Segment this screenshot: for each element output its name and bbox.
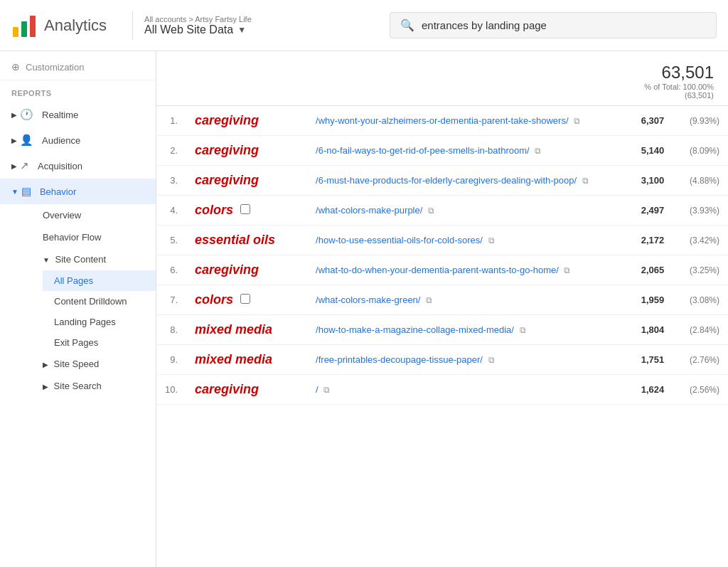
category-cell: caregiving [186,166,307,196]
value-cell: 2,497 [626,196,673,226]
copy-icon[interactable]: ⧉ [323,385,330,395]
value-cell: 1,959 [626,285,673,315]
url-link[interactable]: /what-colors-make-purple/ [316,205,422,216]
sidebar-item-landing-pages[interactable]: Landing Pages [43,312,156,332]
sidebar-item-exit-pages[interactable]: Exit Pages [43,332,156,353]
table-container: 63,501 % of Total: 100.00% (63,501) 1. c… [156,51,728,405]
svg-rect-2 [30,16,36,37]
sidebar-item-overview[interactable]: Overview [31,204,156,226]
value-cell: 3,100 [626,166,673,196]
sidebar: ⊕ Customization REPORTS ▶ 🕐 Realtime ▶ 👤… [0,51,156,567]
url-link[interactable]: /6-no-fail-ways-to-get-rid-of-pee-smells… [316,145,530,156]
value-cell: 5,140 [626,136,673,166]
url-link[interactable]: /6-must-have-products-for-elderly-caregi… [316,175,577,186]
sidebar-item-label: Behavior [40,186,76,197]
value-cell: 1,804 [626,315,673,345]
table-row: 3. caregiving /6-must-have-products-for-… [156,166,728,196]
header: Analytics All accounts > Artsy Fartsy Li… [0,0,728,51]
category-label: mixed media [195,352,272,366]
table-row: 4. colors /what-colors-make-purple/ ⧉ 2,… [156,196,728,226]
main-layout: ⊕ Customization REPORTS ▶ 🕐 Realtime ▶ 👤… [0,51,728,567]
rank-cell: 5. [156,226,186,255]
sidebar-item-audience[interactable]: ▶ 👤 Audience [0,127,156,153]
url-link[interactable]: /how-to-use-essential-oils-for-cold-sore… [316,235,483,245]
pct-cell: (3.25%) [673,255,728,285]
sidebar-item-behavior-flow[interactable]: Behavior Flow [31,226,156,248]
category-label: caregiving [195,263,259,277]
url-cell: /what-to-do-when-your-dementia-parent-wa… [307,255,626,285]
value-cell: 2,065 [626,255,673,285]
url-cell: /what-colors-make-purple/ ⧉ [307,196,626,226]
url-link[interactable]: / [316,384,318,395]
sidebar-item-content-drilldown[interactable]: Content Drilldown [43,291,156,312]
copy-icon[interactable]: ⧉ [488,235,495,245]
account-breadcrumb: All accounts > Artsy Fartsy Life [144,15,252,23]
customization-icon: ⊕ [11,61,20,73]
url-cell: /6-no-fail-ways-to-get-rid-of-pee-smells… [307,136,626,166]
sidebar-item-label: Audience [42,135,80,146]
search-icon: 🔍 [400,18,414,32]
copy-icon[interactable]: ⧉ [520,325,526,335]
row-checkbox[interactable] [240,294,250,304]
category-label: caregiving [195,382,259,396]
category-label: essential oils [195,233,275,247]
category-label: mixed media [195,322,272,337]
sidebar-item-acquisition[interactable]: ▶ ↗ Acquisition [0,153,156,179]
category-cell: caregiving [186,255,307,285]
rank-cell: 8. [156,315,186,345]
value-cell: 1,624 [626,375,673,405]
url-link[interactable]: /why-wont-your-alzheimers-or-dementia-pa… [316,115,568,126]
url-cell: /why-wont-your-alzheimers-or-dementia-pa… [307,106,626,136]
dropdown-arrow-icon: ▼ [237,25,246,35]
copy-icon[interactable]: ⧉ [488,355,495,365]
pct-cell: (4.88%) [673,166,728,196]
logo-area: Analytics [11,13,107,38]
table-row: 1. caregiving /why-wont-your-alzheimers-… [156,106,728,136]
search-text: entrances by landing page [422,19,547,31]
category-cell: mixed media [186,345,307,375]
table-row: 10. caregiving / ⧉ 1,624 (2.56%) [156,375,728,405]
pct-cell: (2.76%) [673,345,728,375]
pct-cell: (3.08%) [673,285,728,315]
url-cell: /how-to-make-a-magazine-collage-mixed-me… [307,315,626,345]
row-checkbox[interactable] [240,204,250,214]
property-selector[interactable]: All Web Site Data ▼ [144,23,252,36]
header-divider [132,11,133,40]
category-cell: caregiving [186,375,307,405]
total-number: 63,501 [644,63,714,83]
search-bar[interactable]: 🔍 entrances by landing page [390,12,717,38]
customization-label: Customization [26,62,84,73]
copy-icon[interactable]: ⧉ [535,146,541,156]
url-link[interactable]: /what-colors-make-green/ [316,295,420,305]
behavior-icon: ▤ [21,185,31,198]
copy-icon[interactable]: ⧉ [428,206,434,216]
category-cell: mixed media [186,315,307,345]
rank-cell: 7. [156,285,186,315]
category-cell: caregiving [186,136,307,166]
sidebar-item-site-content[interactable]: ▼ Site Content [31,248,156,270]
sidebar-item-all-pages[interactable]: All Pages [43,270,156,291]
url-link[interactable]: /free-printables-decoupage-tissue-paper/ [316,354,483,365]
data-table: 1. caregiving /why-wont-your-alzheimers-… [156,106,728,405]
expand-icon: ▶ [11,111,17,119]
analytics-logo-icon [11,13,37,38]
svg-rect-1 [21,21,27,37]
sidebar-item-site-speed[interactable]: ▶ Site Speed [31,353,156,375]
sidebar-item-realtime[interactable]: ▶ 🕐 Realtime [0,102,156,127]
sidebar-item-label: Acquisition [38,161,82,171]
copy-icon[interactable]: ⧉ [564,265,570,275]
expand-icon: ▶ [43,361,48,369]
rank-cell: 3. [156,166,186,196]
url-link[interactable]: /what-to-do-when-your-dementia-parent-wa… [316,265,559,275]
behavior-submenu: Overview Behavior Flow ▼ Site Content Al… [0,204,156,397]
sidebar-customization[interactable]: ⊕ Customization [0,54,156,80]
copy-icon[interactable]: ⧉ [574,116,580,126]
url-link[interactable]: /how-to-make-a-magazine-collage-mixed-me… [316,324,514,335]
expand-icon: ▼ [43,256,50,264]
copy-icon[interactable]: ⧉ [582,176,589,186]
url-cell: /how-to-use-essential-oils-for-cold-sore… [307,226,626,255]
value-cell: 2,172 [626,226,673,255]
copy-icon[interactable]: ⧉ [426,295,432,305]
sidebar-item-behavior[interactable]: ▼ ▤ Behavior [0,179,156,204]
sidebar-item-site-search[interactable]: ▶ Site Search [31,375,156,397]
